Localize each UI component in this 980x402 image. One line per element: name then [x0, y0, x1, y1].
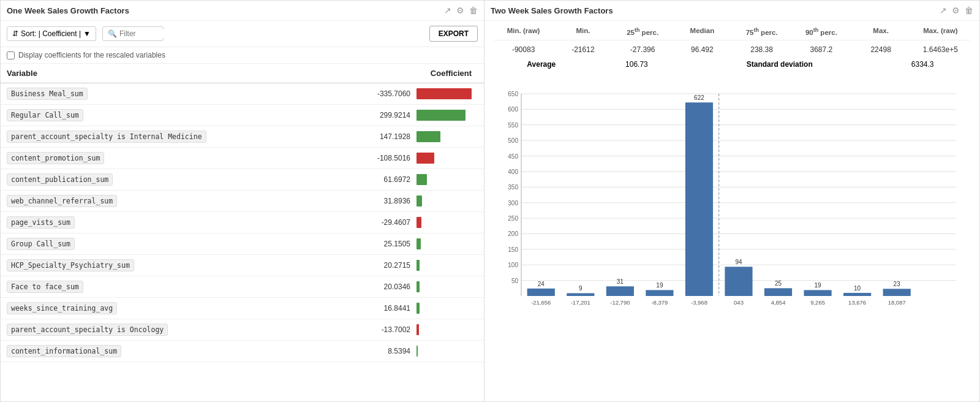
svg-text:200: 200 — [508, 230, 518, 237]
filter-container: 🔍 — [102, 26, 164, 41]
rescaled-label: Display coefficients for the rescaled va… — [18, 51, 165, 59]
cell-bar — [417, 153, 478, 164]
cell-bar — [417, 131, 478, 142]
variable-tag: HCP_Specialty_Psychiatry_sum — [7, 259, 134, 271]
stats-value-cell: 3687.2 — [791, 45, 851, 54]
stats-value-cell: 96.492 — [673, 45, 732, 54]
table-row: Regular Call_sum299.9214 — [1, 105, 484, 126]
cell-variable: content_promotion_sum — [7, 152, 355, 164]
col-variable-header: Variable — [7, 69, 355, 78]
stats-header-cell: Max. (raw) — [911, 27, 970, 36]
external-link-icon[interactable]: ↗ — [444, 6, 451, 15]
cell-coefficient: -13.7002 — [355, 325, 417, 334]
left-panel: One Week Sales Growth Factors ↗ ⚙ 🗑 ⇵ So… — [0, 0, 484, 402]
svg-text:4,854: 4,854 — [771, 299, 786, 306]
svg-text:250: 250 — [508, 215, 518, 222]
histogram-bar — [843, 293, 871, 296]
table-row: Group Call_sum25.1505 — [1, 233, 484, 255]
histogram-bar — [764, 288, 792, 296]
svg-text:-21,656: -21,656 — [531, 299, 551, 306]
settings-icon[interactable]: ⚙ — [456, 6, 464, 15]
cell-bar — [417, 260, 478, 271]
cell-coefficient: 20.2715 — [355, 261, 417, 270]
cell-variable: Face to face_sum — [7, 281, 355, 293]
svg-text:9,265: 9,265 — [810, 299, 825, 306]
cell-bar — [417, 174, 478, 185]
table-row: content_publication_sum61.6972 — [1, 169, 484, 191]
cell-variable: content_informational_sum — [7, 345, 355, 357]
right-panel: Two Week Sales Growth Factors ↗ ⚙ 🗑 Min.… — [484, 0, 980, 402]
positive-bar — [417, 260, 420, 271]
cell-coefficient: 8.5394 — [355, 347, 417, 355]
variable-tag: Group Call_sum — [7, 238, 75, 250]
histogram-bar — [725, 267, 752, 296]
positive-bar — [417, 238, 421, 249]
cell-variable: content_publication_sum — [7, 173, 355, 186]
histogram-bar — [646, 290, 673, 296]
cell-variable: page_vists_sum — [7, 216, 355, 229]
stats-value-cell: -21612 — [553, 45, 612, 54]
table-row: Business Meal_sum-335.7060 — [1, 83, 484, 105]
variable-tag: parent_account_specialty is Oncology — [7, 324, 168, 336]
cell-variable: Group Call_sum — [7, 238, 355, 250]
positive-bar — [417, 303, 420, 314]
table-row: parent_account_specialty is Oncology-13.… — [1, 319, 484, 341]
variable-tag: weeks_since_training_avg — [7, 302, 117, 314]
cell-coefficient: 20.0346 — [355, 283, 417, 291]
negative-bar — [417, 88, 472, 99]
svg-text:13,676: 13,676 — [848, 299, 866, 306]
svg-text:25: 25 — [775, 280, 782, 287]
right-panel-icons: ↗ ⚙ 🗑 — [940, 6, 973, 15]
stats-header-cell: 25th perc. — [613, 27, 673, 36]
svg-text:-12,790: -12,790 — [610, 299, 630, 306]
cell-variable: HCP_Specialty_Psychiatry_sum — [7, 259, 355, 271]
histogram-bar — [567, 293, 594, 296]
cell-coefficient: 147.1928 — [355, 132, 417, 141]
stats-value-cell: 238.38 — [732, 45, 791, 54]
svg-text:10: 10 — [854, 285, 861, 292]
right-settings-icon[interactable]: ⚙ — [952, 6, 960, 15]
stats-header-cell: Max. — [851, 27, 911, 36]
positive-bar — [417, 195, 422, 207]
variable-tag: Regular Call_sum — [7, 109, 83, 121]
table-row: parent_account_specialty is Internal Med… — [1, 126, 484, 148]
svg-text:400: 400 — [508, 169, 518, 175]
table-row: HCP_Specialty_Psychiatry_sum20.2715 — [1, 255, 484, 276]
svg-text:550: 550 — [508, 122, 518, 129]
filter-input[interactable] — [119, 29, 168, 38]
cell-bar — [417, 346, 478, 357]
trash-icon[interactable]: 🗑 — [469, 6, 478, 15]
sort-button[interactable]: ⇵ Sort: | Coefficient | ▼ — [7, 26, 96, 41]
svg-text:18,087: 18,087 — [888, 299, 906, 306]
stats-header-row: Min. (raw)Min.25th perc.Median75th perc.… — [494, 27, 970, 40]
svg-text:94: 94 — [735, 259, 742, 265]
rescaled-checkbox[interactable] — [7, 51, 15, 59]
avg-label: Average — [494, 60, 589, 69]
table-header: Variable Coefficient — [1, 64, 484, 83]
table-body: Business Meal_sum-335.7060Regular Call_s… — [1, 83, 484, 400]
table-row: weeks_since_training_avg16.8441 — [1, 298, 484, 319]
cell-coefficient: 16.8441 — [355, 304, 417, 313]
cell-coefficient: 31.8936 — [355, 197, 417, 205]
svg-text:9: 9 — [579, 285, 582, 292]
histogram-bar — [606, 286, 634, 296]
right-trash-icon[interactable]: 🗑 — [965, 6, 973, 15]
table-row: content_promotion_sum-108.5016 — [1, 148, 484, 169]
svg-text:24: 24 — [538, 281, 545, 287]
right-external-link-icon[interactable]: ↗ — [940, 6, 947, 15]
table-row: page_vists_sum-29.4607 — [1, 212, 484, 233]
svg-text:043: 043 — [734, 299, 744, 306]
export-button[interactable]: EXPORT — [429, 26, 478, 42]
histogram-svg: 6506005505004504003503002502001501005024… — [491, 82, 962, 327]
cell-variable: parent_account_specialty is Oncology — [7, 324, 355, 336]
variable-tag: parent_account_specialty is Internal Med… — [7, 131, 206, 143]
svg-text:150: 150 — [508, 246, 518, 253]
stats-header-cell: 75th perc. — [732, 27, 791, 36]
cell-bar — [417, 88, 478, 99]
stats-header-cell: 90th perc. — [791, 27, 851, 36]
stats-value-cell: 22498 — [851, 45, 911, 54]
variable-tag: Business Meal_sum — [7, 88, 88, 100]
svg-text:31: 31 — [617, 278, 624, 285]
svg-text:100: 100 — [508, 262, 518, 268]
positive-bar — [417, 131, 440, 142]
